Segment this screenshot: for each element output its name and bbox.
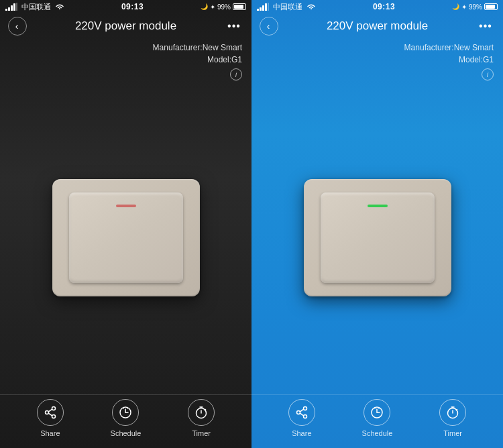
header-dark: ‹ 220V power module ••• — [0, 13, 252, 39]
info-icon-dark[interactable]: i — [0, 67, 252, 80]
svg-point-5 — [52, 407, 55, 410]
svg-rect-0 — [5, 9, 7, 11]
battery-pct-blue: 99% — [469, 3, 482, 11]
svg-line-28 — [300, 409, 303, 412]
more-icon-blue: ••• — [479, 20, 492, 32]
wifi-dark — [55, 3, 64, 10]
battery-dark — [233, 3, 246, 10]
switch-area-blue — [252, 80, 503, 394]
back-button-dark[interactable]: ‹ — [8, 17, 27, 36]
switch-indicator-blue — [368, 205, 388, 207]
timer-icon-dark — [188, 399, 215, 426]
signal-dots-dark — [5, 3, 17, 11]
share-label-blue: Share — [292, 429, 311, 437]
status-icons-blue: 🌙 — [452, 3, 459, 10]
timer-button-dark[interactable]: Timer — [188, 399, 215, 437]
svg-line-8 — [48, 409, 52, 412]
header-blue: ‹ 220V power module ••• — [252, 13, 503, 39]
back-arrow-icon-blue: ‹ — [267, 21, 270, 31]
svg-rect-1 — [8, 7, 10, 11]
svg-point-27 — [296, 411, 300, 414]
device-info-dark: Manufacturer:New Smart Model:G1 — [0, 39, 252, 67]
status-right-blue: 🌙 ✦ 99% — [452, 3, 498, 11]
more-icon-dark: ••• — [227, 20, 241, 32]
model-blue: Model:G1 — [261, 54, 494, 66]
svg-line-19 — [205, 410, 205, 410]
share-icon-dark — [37, 399, 64, 426]
svg-rect-23 — [265, 3, 267, 11]
svg-rect-22 — [262, 5, 264, 11]
panel-dark: 中国联通 09:13 🌙 ✦ 99% ‹ 220V power module — [0, 0, 252, 448]
battery-blue — [484, 3, 498, 10]
svg-point-6 — [52, 415, 55, 418]
status-left-dark: 中国联通 — [5, 2, 64, 12]
carrier-blue: 中国联通 — [273, 2, 302, 12]
status-time-dark: 09:13 — [121, 2, 144, 11]
wall-plate-dark — [52, 179, 200, 296]
status-icons-dark: 🌙 — [201, 3, 208, 10]
svg-point-26 — [303, 415, 306, 418]
manufacturer-blue: Manufacturer:New Smart — [261, 42, 494, 54]
back-button-blue[interactable]: ‹ — [260, 17, 278, 36]
switch-area-dark — [0, 80, 252, 394]
bottom-bar-blue: Share Schedule — [252, 394, 503, 448]
model-dark: Model:G1 — [9, 54, 242, 66]
info-icon-blue[interactable]: i — [252, 67, 503, 80]
svg-rect-24 — [268, 3, 269, 11]
timer-label-dark: Timer — [192, 429, 211, 437]
status-right-dark: 🌙 ✦ 99% — [201, 3, 246, 11]
switch-indicator-dark — [116, 205, 136, 207]
share-button-dark[interactable]: Share — [37, 399, 64, 437]
signal-dots-blue — [257, 3, 269, 11]
svg-line-29 — [300, 413, 303, 416]
schedule-icon-dark — [112, 399, 139, 426]
panel-blue: 中国联通 09:13 🌙 ✦ 99% ‹ 220V power module — [252, 0, 503, 448]
share-button-blue[interactable]: Share — [288, 399, 315, 437]
wall-plate-blue — [304, 179, 451, 296]
svg-rect-3 — [13, 3, 15, 11]
more-button-blue[interactable]: ••• — [476, 17, 495, 36]
svg-line-39 — [456, 410, 457, 410]
switch-button-dark[interactable] — [69, 192, 183, 283]
svg-rect-4 — [16, 3, 17, 11]
wifi-blue — [306, 3, 316, 10]
svg-rect-2 — [11, 5, 13, 11]
header-title-blue: 220V power module — [278, 19, 476, 33]
battery-pct-dark: 99% — [217, 3, 231, 11]
schedule-button-dark[interactable]: Schedule — [111, 399, 142, 437]
schedule-label-blue: Schedule — [362, 429, 393, 437]
timer-button-blue[interactable]: Timer — [439, 399, 466, 437]
bluetooth-blue: ✦ — [461, 3, 467, 11]
bluetooth-dark: ✦ — [210, 3, 215, 11]
device-info-blue: Manufacturer:New Smart Model:G1 — [252, 39, 503, 67]
back-arrow-icon-dark: ‹ — [15, 21, 19, 31]
bottom-bar-dark: Share Schedule — [0, 394, 252, 448]
timer-icon-blue — [439, 399, 466, 426]
schedule-button-blue[interactable]: Schedule — [362, 399, 393, 437]
status-bar-dark: 中国联通 09:13 🌙 ✦ 99% — [0, 0, 252, 13]
manufacturer-dark: Manufacturer:New Smart — [9, 42, 242, 54]
schedule-label-dark: Schedule — [111, 429, 142, 437]
more-button-dark[interactable]: ••• — [225, 17, 243, 36]
header-title-dark: 220V power module — [27, 19, 225, 33]
schedule-icon-blue — [364, 399, 390, 426]
share-label-dark: Share — [40, 429, 60, 437]
share-icon-blue — [288, 399, 315, 426]
carrier-dark: 中国联通 — [21, 2, 51, 12]
svg-rect-20 — [257, 9, 259, 11]
timer-label-blue: Timer — [443, 429, 462, 437]
switch-button-blue[interactable] — [321, 192, 435, 283]
svg-point-25 — [303, 407, 306, 410]
status-left-blue: 中国联通 — [257, 2, 316, 12]
svg-rect-21 — [260, 7, 262, 11]
status-bar-blue: 中国联通 09:13 🌙 ✦ 99% — [252, 0, 503, 13]
svg-point-7 — [45, 411, 48, 414]
status-time-blue: 09:13 — [373, 2, 395, 11]
svg-line-9 — [48, 413, 52, 416]
